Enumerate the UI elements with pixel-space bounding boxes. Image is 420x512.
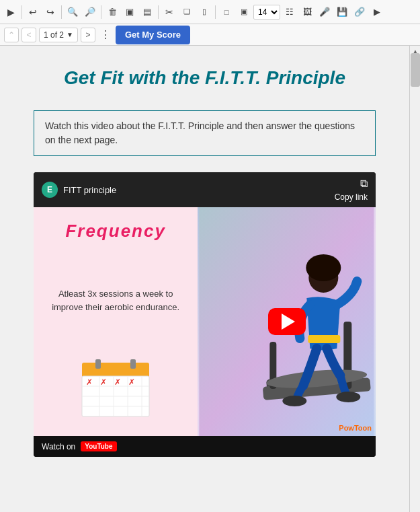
- collapse-panel-button[interactable]: ⌃: [4, 28, 19, 42]
- prev-page-button[interactable]: <: [22, 28, 36, 42]
- next-page-button[interactable]: >: [81, 28, 95, 42]
- nav-bar: ⌃ < 1 of 2 ▼ > ⋮ Get My Score: [0, 24, 420, 46]
- cursor-tool-icon[interactable]: ▶: [3, 4, 19, 20]
- page-title: Get Fit with the F.I.T.T. Principle: [34, 66, 376, 90]
- divider-1: [22, 5, 22, 19]
- zoom-in-icon[interactable]: 🔍: [65, 4, 81, 20]
- redo-icon[interactable]: ↪: [42, 4, 58, 20]
- youtube-logo: YouTube: [81, 441, 116, 451]
- image-icon[interactable]: 🖼: [299, 4, 315, 20]
- save-icon[interactable]: 💾: [334, 4, 350, 20]
- scroll-thumb[interactable]: [411, 53, 420, 87]
- channel-icon: E: [42, 182, 58, 198]
- undo-icon[interactable]: ↩: [25, 4, 41, 20]
- page-wrapper: Get Fit with the F.I.T.T. Principle Watc…: [0, 46, 420, 512]
- page-indicator: 1 of 2 ▼: [39, 28, 78, 42]
- frame-icon[interactable]: □: [218, 4, 235, 20]
- divider-4: [158, 5, 159, 19]
- delete-icon[interactable]: 🗑: [104, 4, 120, 20]
- svg-text:✗: ✗: [128, 377, 135, 387]
- svg-rect-23: [308, 335, 341, 343]
- copy-style-icon[interactable]: ▣: [122, 4, 138, 20]
- play-triangle-icon: [282, 314, 295, 330]
- grid-icon[interactable]: ☷: [282, 4, 298, 20]
- svg-text:✗: ✗: [100, 377, 107, 387]
- frequency-description: Atleast 3x sessions a week to improve th…: [47, 287, 184, 314]
- watch-on-text: Watch on: [42, 442, 75, 451]
- divider-2: [61, 5, 62, 19]
- cut-icon[interactable]: ✂: [161, 4, 177, 20]
- instruction-box: Watch this video about the F.I.T.T. Prin…: [34, 110, 376, 156]
- frame2-icon[interactable]: ▣: [236, 4, 252, 20]
- video-left-panel: Frequency Atleast 3x sessions a week to …: [34, 207, 198, 436]
- video-title: FITT principle: [63, 185, 116, 195]
- page-dropdown-icon[interactable]: ▼: [67, 31, 73, 38]
- video-footer: Watch on YouTube: [34, 436, 376, 457]
- page-number-select[interactable]: 14: [253, 5, 280, 20]
- link-icon[interactable]: 🔗: [351, 4, 368, 20]
- copy-link-button[interactable]: ⧉ Copy link: [335, 178, 368, 202]
- frequency-title: Frequency: [65, 221, 166, 242]
- divider-3: [101, 5, 101, 19]
- page-content: Get Fit with the F.I.T.T. Principle Watc…: [0, 46, 409, 512]
- svg-text:✗: ✗: [114, 377, 121, 387]
- copy-icon[interactable]: ❏: [179, 4, 195, 20]
- scrollbar: ▲: [409, 46, 420, 512]
- toolbar: ▶ ↩ ↪ 🔍 🔎 🗑 ▣ ▤ ✂ ❏ ▯ □ ▣ 14 ☷ 🖼 🎤 💾 🔗 ▶: [0, 0, 420, 24]
- powtoon-label: PowToon: [339, 424, 372, 432]
- copy-link-icon: ⧉: [360, 178, 368, 190]
- powtoon-badge: PowToon: [339, 424, 372, 432]
- calendar-svg: ✗ ✗ ✗ ✗: [75, 359, 156, 420]
- play-button[interactable]: [268, 308, 306, 335]
- svg-point-25: [337, 392, 361, 402]
- copy-link-label: Copy link: [335, 192, 368, 202]
- video-container: E FITT principle ⧉ Copy link Frequency A…: [34, 172, 376, 457]
- more-options-button[interactable]: ⋮: [98, 28, 113, 42]
- paste-icon[interactable]: ▯: [196, 4, 212, 20]
- zoom-out-icon[interactable]: 🔎: [82, 4, 98, 20]
- get-score-button[interactable]: Get My Score: [116, 26, 190, 44]
- svg-text:✗: ✗: [86, 377, 93, 387]
- video-right-panel: PowToon: [198, 207, 376, 436]
- video-header-left: E FITT principle: [42, 182, 116, 198]
- video-header: E FITT principle ⧉ Copy link: [34, 172, 376, 207]
- calendar-icon: ✗ ✗ ✗ ✗: [75, 359, 156, 423]
- svg-rect-2: [130, 359, 136, 369]
- video-thumbnail[interactable]: Frequency Atleast 3x sessions a week to …: [34, 207, 376, 436]
- more-icon[interactable]: ▶: [369, 4, 385, 20]
- svg-rect-1: [95, 359, 101, 369]
- page-display-text: 1 of 2: [44, 30, 64, 40]
- instruction-text: Watch this video about the F.I.T.T. Prin…: [45, 120, 355, 145]
- svg-rect-0: [82, 363, 149, 377]
- svg-point-24: [283, 396, 307, 406]
- mic-icon[interactable]: 🎤: [317, 4, 333, 20]
- paste-style-icon[interactable]: ▤: [139, 4, 155, 20]
- divider-5: [215, 5, 216, 19]
- svg-point-22: [306, 254, 341, 281]
